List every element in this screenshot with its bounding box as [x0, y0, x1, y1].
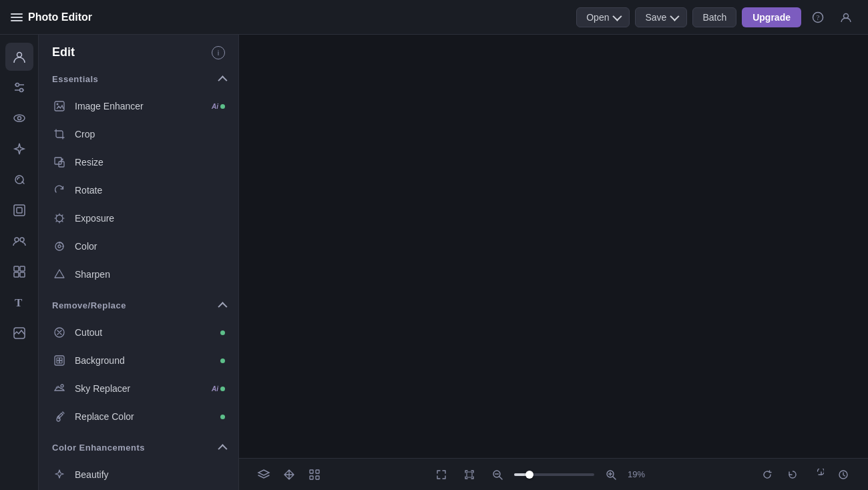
- history-button[interactable]: [832, 463, 855, 486]
- sky-replacer-icon: [52, 381, 67, 396]
- menu-item-color[interactable]: Color: [39, 232, 238, 260]
- menu-item-background[interactable]: Background: [39, 346, 238, 375]
- zoom-out-button[interactable]: [486, 463, 509, 486]
- svg-point-7: [19, 89, 23, 92]
- sidebar-btn-eye[interactable]: [5, 104, 33, 132]
- refresh-icon: [761, 469, 773, 481]
- undo-icon: [787, 469, 799, 481]
- chevron-up-icon: [218, 75, 227, 85]
- open-button[interactable]: Open: [576, 7, 630, 27]
- section-header-essentials[interactable]: Essentials: [39, 67, 238, 91]
- section-remove-replace: Remove/Replace Cutout: [39, 294, 238, 436]
- menu-item-sky-replacer[interactable]: Sky Replacer Ai: [39, 375, 238, 403]
- svg-rect-70: [310, 470, 313, 473]
- redo-button[interactable]: [807, 463, 829, 486]
- sidebar-btn-sliders[interactable]: [5, 73, 33, 101]
- upgrade-button[interactable]: Upgrade: [742, 7, 801, 27]
- ai-dot-sky-replacer: [220, 387, 225, 391]
- move-button[interactable]: [278, 463, 300, 486]
- layers-button[interactable]: [252, 463, 275, 486]
- toolbar-group-right: [756, 463, 855, 486]
- objects-icon: [12, 264, 27, 279]
- ai-badge-image-enhancer: Ai: [212, 103, 225, 110]
- section-header-remove-replace[interactable]: Remove/Replace: [39, 294, 238, 317]
- toolbar-group-left: [252, 463, 326, 486]
- group-icon: [12, 234, 27, 248]
- background-icon: [52, 353, 67, 368]
- menu-item-rotate[interactable]: Rotate: [39, 176, 238, 204]
- menu-item-replace-color[interactable]: Replace Color: [39, 403, 238, 431]
- fullscreen-button[interactable]: [430, 463, 453, 486]
- panel-header: Edit i: [39, 35, 238, 67]
- remove-replace-items: Cutout Background: [39, 317, 238, 436]
- essentials-items: Image Enhancer Ai Crop: [39, 91, 238, 294]
- svg-point-22: [57, 103, 59, 105]
- eye-icon: [12, 111, 27, 126]
- zoom-slider-thumb: [525, 471, 533, 479]
- sidebar-btn-retouch[interactable]: [5, 166, 33, 194]
- move-icon: [282, 468, 296, 481]
- svg-point-27: [58, 245, 61, 248]
- chevron-down-icon: [670, 11, 680, 21]
- menu-item-exposure[interactable]: Exposure: [39, 204, 238, 232]
- sidebar-btn-objects[interactable]: [5, 258, 33, 286]
- sidebar-btn-stickers[interactable]: [5, 319, 33, 347]
- svg-rect-74: [467, 472, 472, 477]
- menu-item-crop[interactable]: Crop: [39, 120, 238, 148]
- sidebar-btn-effects[interactable]: [5, 135, 33, 163]
- sky-replacer-label: Sky Replacer: [75, 383, 204, 394]
- zoom-in-button[interactable]: [600, 463, 622, 486]
- grid-icon: [308, 468, 321, 481]
- menu-item-resize[interactable]: Resize: [39, 148, 238, 176]
- undo-button[interactable]: [781, 463, 804, 486]
- profile-button[interactable]: [835, 6, 857, 29]
- svg-rect-32: [59, 360, 62, 363]
- history-icon: [837, 469, 849, 481]
- fit-button[interactable]: [458, 463, 481, 486]
- zoom-slider[interactable]: [514, 473, 594, 476]
- svg-rect-11: [14, 205, 25, 216]
- info-icon[interactable]: i: [212, 46, 225, 59]
- svg-rect-16: [20, 266, 25, 271]
- replace-color-icon: [52, 409, 67, 424]
- menu-item-sharpen[interactable]: Sharpen: [39, 260, 238, 288]
- ai-dot-image-enhancer: [220, 104, 225, 109]
- menu-item-cutout[interactable]: Cutout: [39, 318, 238, 346]
- text-icon: T: [12, 295, 27, 310]
- hamburger-icon[interactable]: [11, 13, 23, 21]
- cutout-label: Cutout: [75, 327, 212, 338]
- sliders-icon: [12, 80, 27, 95]
- crop-label: Crop: [75, 129, 225, 140]
- section-header-color-enhancements[interactable]: Color Enhancements: [39, 436, 238, 459]
- sidebar-btn-text[interactable]: T: [5, 288, 33, 316]
- help-button[interactable]: ?: [807, 6, 829, 29]
- sidebar-btn-person[interactable]: [5, 43, 33, 71]
- redo-icon: [812, 469, 824, 481]
- section-title-color-enhancements: Color Enhancements: [52, 443, 145, 453]
- icon-sidebar: T: [0, 35, 39, 490]
- zoom-controls: 19%: [430, 463, 652, 486]
- svg-point-14: [20, 238, 24, 242]
- save-button[interactable]: Save: [635, 7, 687, 27]
- chevron-up-icon-2: [218, 302, 227, 311]
- chevron-down-icon: [613, 11, 622, 21]
- menu-item-beautify[interactable]: Beautify: [39, 461, 238, 489]
- grid-button[interactable]: [303, 463, 326, 486]
- crop-icon: [52, 127, 67, 142]
- background-dot: [220, 358, 225, 363]
- menu-item-image-enhancer[interactable]: Image Enhancer Ai: [39, 92, 238, 120]
- resize-icon: [52, 155, 67, 170]
- rotate-label: Rotate: [75, 185, 225, 196]
- sidebar-btn-frames[interactable]: [5, 196, 33, 224]
- app-title: Photo Editor: [28, 11, 92, 23]
- sidebar-btn-group[interactable]: [5, 227, 33, 255]
- batch-button[interactable]: Batch: [692, 7, 736, 27]
- svg-point-13: [15, 238, 19, 242]
- section-color-enhancements: Color Enhancements Beautify: [39, 436, 238, 490]
- canvas-area: 19%: [239, 35, 868, 490]
- panel-title: Edit: [52, 45, 75, 59]
- sharpen-label: Sharpen: [75, 269, 225, 280]
- refresh-button[interactable]: [756, 463, 779, 486]
- fit-icon: [463, 469, 475, 481]
- replace-color-label: Replace Color: [75, 411, 212, 422]
